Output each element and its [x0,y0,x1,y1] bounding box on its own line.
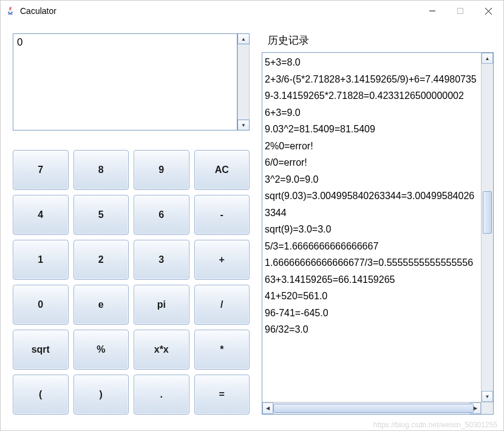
scroll-up-icon[interactable]: ▲ [482,53,493,64]
history-panel: 历史记录 5+3=8.02+3/6-(5*2.71828+3.14159265/… [262,33,497,415]
key-e[interactable]: e [73,285,129,325]
spinner-up-icon[interactable]: ▲ [237,33,250,44]
window-title: Caculator [20,6,56,16]
key-r5c2[interactable]: . [134,375,189,415]
history-entry: 5/3=1.6666666666666667 [265,238,478,255]
history-entry: 3^2=9.0=9.0 [265,171,478,188]
display-wrap: 0 ▲ ▼ [13,33,250,131]
vscroll-thumb[interactable] [483,191,492,234]
spinner-track [237,44,250,120]
titlebar: Caculator [1,1,503,21]
key-7[interactable]: 7 [13,150,69,190]
hscroll-track[interactable] [273,402,470,414]
horizontal-scrollbar[interactable]: ◀ ▶ [262,402,481,414]
key-2[interactable]: 2 [73,240,129,280]
scroll-corner [481,402,493,414]
spinner-down-icon[interactable]: ▼ [237,120,250,131]
history-entry: 1.66666666666666677/3=0.5555555555555556 [265,254,478,271]
calculator-panel: 0 ▲ ▼ 789AC456-123+0epi/sqrt%x*x*().= [13,33,250,415]
history-entry: sqrt(9)=3.0=3.0 [265,221,478,238]
history-label: 历史记录 [262,33,494,52]
history-entry: 5+3=8.0 [265,54,478,71]
history-list[interactable]: 5+3=8.02+3/6-(5*2.71828+3.14159265/9)+6=… [262,53,481,402]
history-entry: 96/32=3.0 [265,321,478,338]
history-entry: 2%0=error! [265,138,478,155]
minimize-button[interactable] [418,2,446,20]
key-5[interactable]: 5 [73,195,129,235]
history-entry: sqrt(9.03)=3.004995840263344=3.004995840… [265,188,478,221]
history-entry: 96-741=-645.0 [265,305,478,322]
hscroll-thumb[interactable] [273,404,474,413]
key-ac[interactable]: AC [194,150,250,190]
scroll-left-icon[interactable]: ◀ [262,402,273,414]
display-spinner: ▲ ▼ [237,33,250,131]
key-6[interactable]: 6 [134,195,189,235]
content-area: 0 ▲ ▼ 789AC456-123+0epi/sqrt%x*x*().= 历史… [1,21,503,421]
history-entry: 41+520=561.0 [265,288,478,305]
maximize-button[interactable] [446,2,474,20]
key-r4c3[interactable]: * [194,330,250,370]
key-r5c0[interactable]: ( [13,375,69,415]
key-1[interactable]: 1 [13,240,69,280]
key-xx[interactable]: x*x [134,330,189,370]
scroll-down-icon[interactable]: ▼ [482,391,493,402]
history-entry: 2+3/6-(5*2.71828+3.14159265/9)+6=7.44980… [265,71,478,88]
key-r5c3[interactable]: = [194,375,250,415]
java-icon [5,6,15,16]
watermark: https://blog.csdn.net/weixin_50301255 [373,421,497,429]
svg-rect-1 [458,8,463,14]
key-pi[interactable]: pi [134,285,189,325]
key-3[interactable]: 3 [134,240,189,280]
key-r1c3[interactable]: - [194,195,250,235]
close-button[interactable] [474,2,502,20]
display[interactable]: 0 [13,33,237,131]
history-entry: 6+3=9.0 [265,104,478,121]
key-r5c1[interactable]: ) [73,375,129,415]
history-entry: 9-3.14159265*2.71828=0.4233126500000002 [265,87,478,104]
key-4[interactable]: 4 [13,195,69,235]
key-r2c3[interactable]: + [194,240,250,280]
history-box: 5+3=8.02+3/6-(5*2.71828+3.14159265/9)+6=… [262,52,494,415]
key-9[interactable]: 9 [134,150,189,190]
key-r4c1[interactable]: % [73,330,129,370]
vscroll-track[interactable] [482,64,493,391]
key-r3c3[interactable]: / [194,285,250,325]
vertical-scrollbar[interactable]: ▲ ▼ [481,53,493,402]
key-sqrt[interactable]: sqrt [13,330,69,370]
keypad: 789AC456-123+0epi/sqrt%x*x*().= [13,150,250,415]
history-entry: 6/0=error! [265,154,478,171]
key-0[interactable]: 0 [13,285,69,325]
key-8[interactable]: 8 [73,150,129,190]
history-entry: 63+3.14159265=66.14159265 [265,271,478,288]
history-entry: 9.03^2=81.5409=81.5409 [265,121,478,138]
